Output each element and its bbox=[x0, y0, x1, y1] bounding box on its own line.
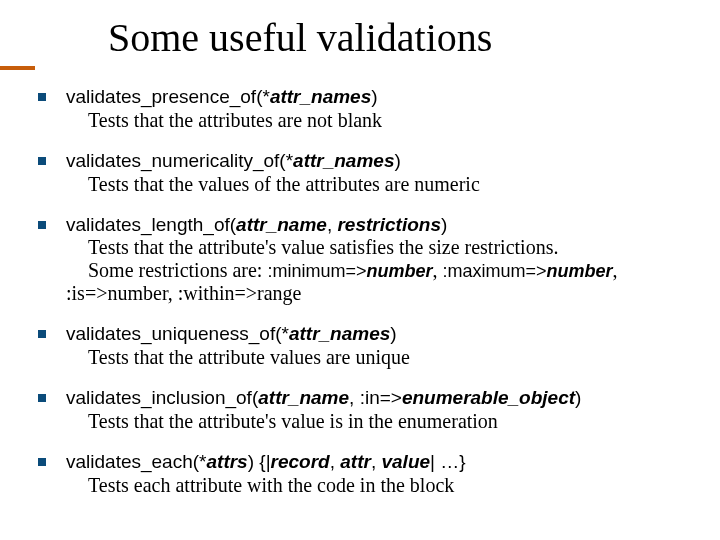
value: number bbox=[546, 261, 612, 281]
fn-name: validates_presence_of bbox=[66, 86, 256, 107]
validation-heading: validates_length_of(attr_name, restricti… bbox=[66, 214, 700, 237]
keyword: :within=> bbox=[178, 282, 257, 304]
sep: , bbox=[371, 451, 382, 472]
list-item: validates_length_of(attr_name, restricti… bbox=[38, 214, 700, 306]
args-open: (* bbox=[256, 86, 270, 107]
fn-name: validates_each bbox=[66, 451, 193, 472]
validation-desc: Tests that the attributes are not blank bbox=[88, 109, 700, 132]
list-item: validates_numericality_of(*attr_names) T… bbox=[38, 150, 700, 196]
bullet-icon bbox=[38, 157, 46, 165]
bullet-icon bbox=[38, 394, 46, 402]
args-close: ) bbox=[390, 323, 396, 344]
fn-name: validates_numericality_of bbox=[66, 150, 279, 171]
content-list: validates_presence_of(*attr_names) Tests… bbox=[38, 86, 700, 515]
list-item: validates_inclusion_of(attr_name, :in=>e… bbox=[38, 387, 700, 433]
text: Some restrictions are: bbox=[88, 259, 267, 281]
validation-desc: Tests that the values of the attributes … bbox=[88, 173, 700, 196]
fn-name: validates_inclusion_of bbox=[66, 387, 252, 408]
validation-heading: validates_uniqueness_of(*attr_names) bbox=[66, 323, 700, 346]
validation-desc: Tests that the attribute's value satisfi… bbox=[88, 236, 700, 259]
fn-name: validates_length_of bbox=[66, 214, 230, 235]
args-close: ) bbox=[441, 214, 447, 235]
keyword: :in=> bbox=[360, 387, 402, 408]
args-open: (* bbox=[193, 451, 207, 472]
arg: attr_names bbox=[289, 323, 390, 344]
keyword: :minimum=> bbox=[267, 261, 366, 281]
value: number bbox=[107, 282, 167, 304]
validation-heading: validates_numericality_of(*attr_names) bbox=[66, 150, 700, 173]
sep: , bbox=[613, 259, 618, 281]
arg: attrs bbox=[207, 451, 248, 472]
bullet-icon bbox=[38, 221, 46, 229]
args-close: ) bbox=[394, 150, 400, 171]
validation-desc: Tests each attribute with the code in th… bbox=[88, 474, 700, 497]
fn-name: validates_uniqueness_of bbox=[66, 323, 275, 344]
keyword: :maximum=> bbox=[442, 261, 546, 281]
list-item: validates_each(*attrs) {|record, attr, v… bbox=[38, 451, 700, 497]
args-open: (* bbox=[275, 323, 289, 344]
value: number bbox=[366, 261, 432, 281]
keyword: :is=> bbox=[66, 282, 107, 304]
arg: attr_name bbox=[258, 387, 349, 408]
list-item: validates_uniqueness_of(*attr_names) Tes… bbox=[38, 323, 700, 369]
block-close: | …} bbox=[430, 451, 466, 472]
arg: attr_names bbox=[270, 86, 371, 107]
sep: , bbox=[168, 282, 178, 304]
args-open: (* bbox=[279, 150, 293, 171]
arg: attr_name bbox=[236, 214, 327, 235]
accent-line bbox=[0, 66, 35, 70]
bullet-icon bbox=[38, 93, 46, 101]
block-arg: value bbox=[381, 451, 430, 472]
validation-heading: validates_presence_of(*attr_names) bbox=[66, 86, 700, 109]
block-arg: attr bbox=[340, 451, 371, 472]
slide: Some useful validations validates_presen… bbox=[0, 0, 720, 540]
arg: attr_names bbox=[293, 150, 394, 171]
bullet-icon bbox=[38, 458, 46, 466]
args-close: ) bbox=[371, 86, 377, 107]
sep: , bbox=[349, 387, 360, 408]
bullet-icon bbox=[38, 330, 46, 338]
validation-desc: Tests that the attribute's value is in t… bbox=[88, 410, 700, 433]
validation-desc-line3: :is=>number, :within=>range bbox=[66, 282, 700, 305]
block-arg: record bbox=[271, 451, 330, 472]
sep: , bbox=[432, 259, 442, 281]
args-close: ) {| bbox=[248, 451, 271, 472]
page-title: Some useful validations bbox=[108, 14, 492, 61]
validation-desc: Tests that the attribute values are uniq… bbox=[88, 346, 700, 369]
arg: enumerable_object bbox=[402, 387, 575, 408]
value: range bbox=[257, 282, 301, 304]
validation-heading: validates_inclusion_of(attr_name, :in=>e… bbox=[66, 387, 700, 410]
sep: , bbox=[330, 451, 341, 472]
list-item: validates_presence_of(*attr_names) Tests… bbox=[38, 86, 700, 132]
sep: , bbox=[327, 214, 338, 235]
arg: restrictions bbox=[337, 214, 440, 235]
validation-heading: validates_each(*attrs) {|record, attr, v… bbox=[66, 451, 700, 474]
validation-desc-line2: Some restrictions are: :minimum=>number,… bbox=[88, 259, 700, 282]
args-close: ) bbox=[575, 387, 581, 408]
